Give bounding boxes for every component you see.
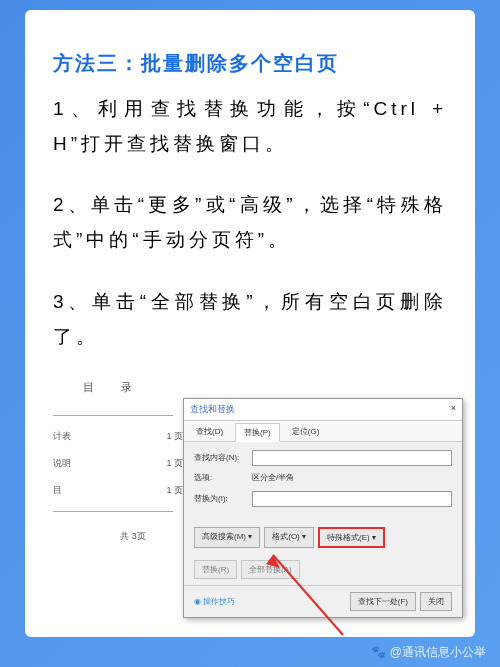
find-next-button[interactable]: 查找下一处(F): [350, 592, 416, 611]
option-label: 选项:: [194, 472, 246, 483]
watermark: 🐾 @通讯信息小公举: [371, 644, 486, 661]
find-label: 查找内容(N):: [194, 452, 246, 463]
doc-row: 说明1 页: [53, 457, 183, 470]
tab-goto[interactable]: 定位(G): [284, 423, 328, 441]
dialog-title-text: 查找和替换: [190, 403, 235, 416]
find-replace-dialog: 查找和替换 × 查找(D) 替换(P) 定位(G) 查找内容(N): 选项: 区…: [183, 398, 463, 618]
replace-all-button[interactable]: 全部替换(A): [241, 560, 300, 579]
option-value: 区分全/半角: [252, 472, 294, 483]
tab-replace[interactable]: 替换(P): [235, 423, 280, 442]
close-button[interactable]: 关闭: [420, 592, 452, 611]
replace-label: 替换为(I):: [194, 493, 246, 504]
replace-input[interactable]: [252, 491, 452, 507]
step-1: 1、利用查找替换功能，按“Ctrl + H”打开查找替换窗口。: [53, 91, 447, 161]
special-format-button[interactable]: 特殊格式(E) ▾: [318, 527, 385, 548]
dialog-tabs: 查找(D) 替换(P) 定位(G): [184, 421, 462, 442]
note-paper: 方法三：批量删除多个空白页 1、利用查找替换功能，按“Ctrl + H”打开查找…: [25, 10, 475, 637]
step-3: 3、单击“全部替换”，所有空白页删除了。: [53, 284, 447, 354]
tab-find[interactable]: 查找(D): [188, 423, 231, 441]
close-icon[interactable]: ×: [451, 403, 456, 416]
find-input[interactable]: [252, 450, 452, 466]
format-button[interactable]: 格式(O) ▾: [264, 527, 314, 548]
screenshot-area: 目 录 计表1 页 说明1 页 目1 页 共 3页 查找和替换 × 查找(D) …: [53, 380, 447, 620]
doc-row: 目1 页: [53, 484, 183, 497]
hint-link[interactable]: ◉ 操作技巧: [194, 596, 235, 607]
dialog-titlebar: 查找和替换 ×: [184, 399, 462, 421]
step-2: 2、单击“更多”或“高级”，选择“特殊格式”中的“手动分页符”。: [53, 187, 447, 257]
replace-button[interactable]: 替换(R): [194, 560, 237, 579]
doc-row: 计表1 页: [53, 430, 183, 443]
section-title: 方法三：批量删除多个空白页: [53, 50, 447, 77]
doc-heading: 目 录: [83, 380, 213, 395]
advanced-search-button[interactable]: 高级搜索(M) ▾: [194, 527, 260, 548]
